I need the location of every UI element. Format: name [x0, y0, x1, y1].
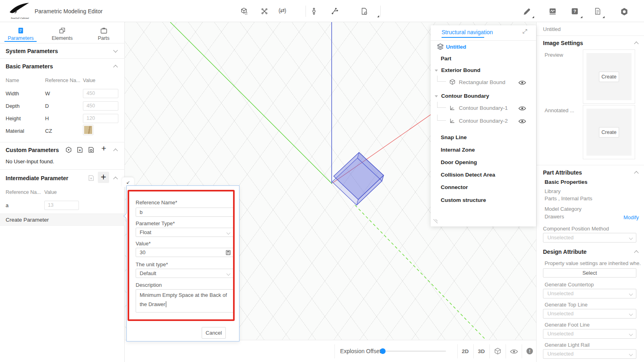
- section-custom-parameters[interactable]: Custom Parameters: [6, 147, 59, 153]
- vertical-dimension-icon[interactable]: [310, 7, 318, 15]
- create-preview-button[interactable]: Create: [599, 72, 619, 82]
- chevron-up-icon[interactable]: [634, 250, 638, 255]
- sync-doc-icon[interactable]: [88, 146, 95, 153]
- calculator-icon[interactable]: [225, 250, 231, 255]
- reference-name-input[interactable]: b: [136, 208, 234, 217]
- parameter-settings-icon[interactable]: [65, 146, 72, 153]
- section-design-attribute[interactable]: Design Attribute: [543, 249, 586, 255]
- node-graph-icon[interactable]: [260, 7, 268, 15]
- tree-item-part[interactable]: Part: [441, 56, 451, 62]
- collapse-triangle-icon[interactable]: [435, 95, 438, 97]
- description-textarea[interactable]: Minimum Empty Space at the Back of the D…: [136, 289, 234, 313]
- tree-item-collision-detect-area[interactable]: Collision Detect Area: [441, 172, 495, 178]
- document-export-icon[interactable]: [360, 7, 368, 15]
- visibility-eye-icon[interactable]: [518, 119, 526, 124]
- select-button[interactable]: Select: [543, 268, 636, 278]
- generate-light-rail-select[interactable]: Unselected: [543, 349, 636, 359]
- swap-icon[interactable]: (⇄): [279, 7, 286, 14]
- warning-icon[interactable]: !: [526, 348, 533, 354]
- parameters-doc-icon: [17, 27, 24, 34]
- divider: [0, 169, 125, 170]
- add-parameter-icon[interactable]: +: [99, 144, 109, 153]
- tab-elements[interactable]: Elements: [41, 22, 83, 42]
- tree-item-contour-boundary[interactable]: Contour Boundary: [441, 93, 489, 99]
- create-annotated-button[interactable]: Create: [599, 127, 619, 138]
- field-label: Value*: [136, 241, 151, 247]
- dropdown-corner-mark: [603, 16, 605, 18]
- tree-item-door-opening[interactable]: Door Opening: [441, 159, 477, 165]
- generate-foot-line-select[interactable]: Unselected: [543, 329, 636, 339]
- tree-item-internal-zone[interactable]: Internal Zone: [441, 147, 475, 153]
- param-value-input[interactable]: 450: [83, 101, 118, 111]
- tree-item-connector[interactable]: Connector: [441, 184, 468, 190]
- component-position-select[interactable]: Unselected: [543, 233, 636, 243]
- monitor-chart-icon[interactable]: [549, 7, 557, 15]
- chevron-up-icon[interactable]: [634, 41, 638, 46]
- view-3d-button[interactable]: 3D: [473, 340, 489, 362]
- divider: [334, 344, 335, 358]
- tree-item-contour-boundary-2[interactable]: Contour Boundary-2: [459, 118, 508, 124]
- dropdown-corner-mark: [532, 16, 534, 18]
- value-input[interactable]: 30: [136, 248, 234, 257]
- section-intermediate-parameter[interactable]: Intermediate Parameter: [6, 175, 68, 181]
- box-parts-icon[interactable]: [240, 7, 248, 15]
- generate-countertop-select[interactable]: Unselected: [543, 289, 636, 298]
- panel-title[interactable]: Structural navigation: [442, 29, 493, 35]
- selected-panel-solid[interactable]: [332, 152, 384, 205]
- col-name: Name: [6, 78, 19, 83]
- library-value: Parts , Internal Parts: [545, 195, 592, 202]
- parameter-type-select[interactable]: Float: [136, 228, 234, 237]
- param-value-input[interactable]: 120: [83, 114, 118, 123]
- edit-pencil-icon[interactable]: [522, 7, 531, 16]
- view-2d-button[interactable]: 2D: [457, 340, 473, 362]
- material-swatch[interactable]: [83, 125, 93, 135]
- help-icon[interactable]: ?: [571, 7, 579, 15]
- chevron-up-icon[interactable]: [113, 65, 118, 69]
- tree-item-custom-structure[interactable]: Custom structure: [441, 197, 486, 203]
- tab-parameters[interactable]: Parameters: [0, 22, 41, 42]
- cube-view-icon[interactable]: [494, 348, 502, 355]
- resize-handle-icon[interactable]: [433, 218, 438, 224]
- cancel-button[interactable]: Cancel: [202, 327, 226, 339]
- generate-top-line-select[interactable]: Unselected: [543, 309, 636, 319]
- tab-parts[interactable]: Parts: [83, 22, 124, 42]
- visibility-eye-icon[interactable]: [518, 106, 526, 111]
- axis-y-green: [170, 22, 332, 184]
- chevron-up-icon[interactable]: [634, 171, 638, 175]
- section-part-attributes[interactable]: Part Attributes: [543, 169, 582, 176]
- settings-nut-icon[interactable]: [620, 7, 629, 16]
- tree-item-contour-boundary-1[interactable]: Contour Boundary-1: [459, 105, 508, 111]
- visibility-eye-icon[interactable]: [510, 349, 518, 354]
- tree-item-rectangular-bound[interactable]: Rectangular Bound: [459, 79, 506, 85]
- section-system-parameters[interactable]: System Parameters: [6, 48, 58, 54]
- section-basic-parameters[interactable]: Basic Parameters: [6, 63, 53, 70]
- unit-type-select[interactable]: Default: [136, 269, 234, 278]
- explosion-slider-track[interactable]: [386, 351, 446, 352]
- select-value: Unselected: [547, 290, 574, 296]
- modify-link[interactable]: Modify: [623, 214, 639, 220]
- collapse-triangle-icon[interactable]: [435, 70, 438, 72]
- document-lines-icon[interactable]: [594, 7, 602, 15]
- share-nodes-icon[interactable]: [331, 7, 339, 15]
- create-parameter-row[interactable]: Create Parameter: [0, 214, 125, 226]
- param-name: Width: [6, 90, 19, 97]
- chevron-down-icon[interactable]: [113, 48, 118, 52]
- import-star-doc-icon[interactable]: ★: [76, 146, 83, 153]
- param-value-input[interactable]: 13: [44, 201, 79, 210]
- chevron-up-icon[interactable]: [113, 148, 118, 153]
- param-value-input[interactable]: 450: [83, 89, 118, 98]
- divider: [0, 58, 125, 59]
- app-logo-bird-icon: [8, 2, 31, 18]
- explosion-slider-handle[interactable]: [380, 348, 386, 354]
- chevron-up-icon[interactable]: [113, 177, 118, 181]
- section-image-settings[interactable]: Image Settings: [543, 40, 583, 46]
- tree-root-untitled[interactable]: Untitled: [446, 44, 466, 50]
- tree-connector: [437, 76, 446, 82]
- add-intermediate-parameter-icon[interactable]: +: [98, 172, 109, 183]
- tree-item-snap-line[interactable]: Snap Line: [441, 134, 467, 140]
- visibility-eye-icon[interactable]: [518, 80, 526, 85]
- tree-item-exterior-bound[interactable]: Exterior Bound: [441, 67, 481, 73]
- select-value: Float: [140, 229, 151, 235]
- chevron-down-icon: [227, 272, 231, 276]
- expand-panel-icon[interactable]: ⤢: [522, 28, 527, 35]
